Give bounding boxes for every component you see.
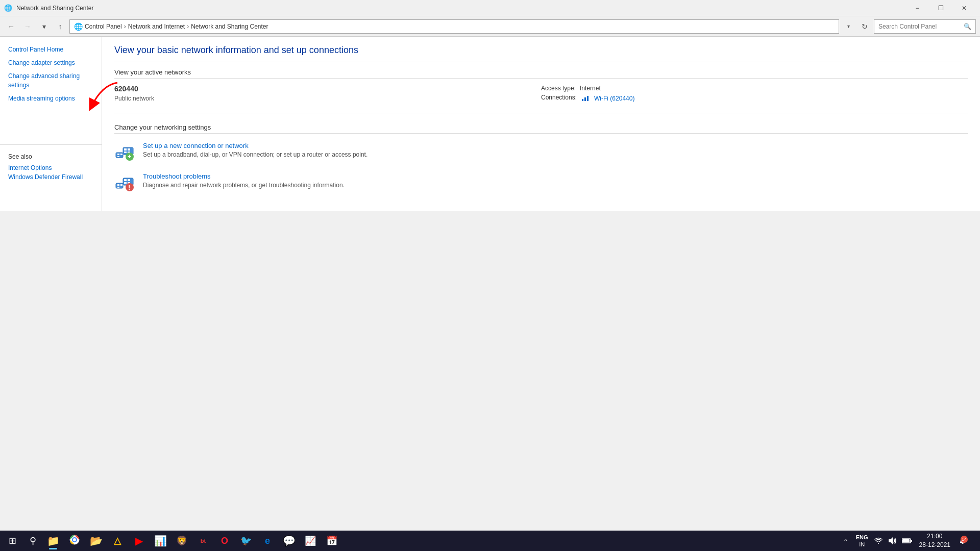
restore-button[interactable]: ❐ xyxy=(929,0,952,16)
taskbar-whatsapp[interactable]: 💬 xyxy=(279,531,299,551)
taskbar-files[interactable]: 📂 xyxy=(86,531,106,551)
connections-row: Connections: Wi-Fi (620440) xyxy=(541,94,968,103)
youtube-icon: ▶ xyxy=(135,535,143,547)
taskbar-bittorrent[interactable]: bt xyxy=(193,531,213,551)
setup-connection-item: + Set up a new connection or network Set… xyxy=(114,142,968,162)
svg-rect-2 xyxy=(587,96,589,101)
svg-rect-5 xyxy=(120,154,122,155)
window-title: Network and Sharing Center xyxy=(16,5,93,12)
search-icon[interactable]: 🔍 xyxy=(964,23,971,30)
google-drive-icon: △ xyxy=(114,535,121,546)
up-button[interactable]: ↑ xyxy=(53,19,67,34)
address-sep-2: › xyxy=(187,23,189,30)
page-title: View your basic network information and … xyxy=(114,45,968,56)
taskbar-clock[interactable]: 21:00 28-12-2021 xyxy=(915,532,954,549)
start-button[interactable]: ⊞ xyxy=(2,531,22,551)
svg-rect-1 xyxy=(584,97,586,101)
brave-icon: 🦁 xyxy=(176,535,187,546)
sidebar-item-change-adapter[interactable]: Change adapter settings xyxy=(0,56,102,69)
setup-connection-text: Set up a new connection or network Set u… xyxy=(143,142,368,158)
svg-rect-21 xyxy=(124,182,127,184)
address-bar: 🌐 Control Panel › Network and Internet ›… xyxy=(69,19,839,34)
access-type-value: Internet xyxy=(580,85,601,92)
taskbar-google-drive[interactable]: △ xyxy=(107,531,128,551)
taskbar-opera[interactable]: O xyxy=(214,531,235,551)
connections-label: Connections: xyxy=(541,94,577,103)
search-input[interactable] xyxy=(878,23,962,30)
taskbar-twitter[interactable]: 🐦 xyxy=(236,531,256,551)
sidebar-nav: Control Panel Home Change adapter settin… xyxy=(0,37,102,111)
address-dropdown-button[interactable]: ▾ xyxy=(841,19,855,34)
setup-connection-link[interactable]: Set up a new connection or network xyxy=(143,142,368,149)
calendar-icon: 📅 xyxy=(326,535,337,546)
troubleshoot-icon: ! xyxy=(114,172,135,193)
sheets-icon: 📊 xyxy=(154,535,167,547)
bittorrent-icon: bt xyxy=(201,538,206,544)
close-button[interactable]: ✕ xyxy=(952,0,976,16)
tray-show-hidden[interactable]: ^ xyxy=(840,535,852,547)
svg-rect-32 xyxy=(902,539,910,542)
svg-point-28 xyxy=(73,538,76,541)
tray-speaker[interactable] xyxy=(887,535,899,547)
address-current: Network and Sharing Center xyxy=(191,23,268,30)
network-type: Public network xyxy=(114,95,541,102)
access-type-label: Access type: xyxy=(541,85,576,92)
svg-rect-0 xyxy=(582,99,583,101)
recent-locations-button[interactable]: ▾ xyxy=(37,19,51,34)
tray-language[interactable]: ENG IN xyxy=(854,534,870,548)
sidebar-item-control-panel-home[interactable]: Control Panel Home xyxy=(0,43,102,56)
whatsapp-icon: 💬 xyxy=(283,535,296,547)
forward-button: → xyxy=(20,19,35,34)
address-control-panel[interactable]: Control Panel xyxy=(85,23,122,30)
svg-rect-20 xyxy=(128,179,130,181)
tray-notification[interactable]: 14 xyxy=(957,535,969,547)
setup-connection-icon: + xyxy=(114,142,135,162)
refresh-button[interactable]: ↻ xyxy=(857,19,872,34)
minimize-button[interactable]: − xyxy=(905,0,929,16)
taskbar-search-icon: ⚲ xyxy=(30,535,36,546)
svg-rect-31 xyxy=(911,540,912,542)
search-bar: 🔍 xyxy=(874,19,976,34)
taskbar-chrome[interactable] xyxy=(64,531,85,551)
taskbar-search-button[interactable]: ⚲ xyxy=(23,532,42,550)
wifi-connection-link[interactable]: Wi-Fi (620440) xyxy=(594,94,634,103)
taskbar-sheets[interactable]: 📊 xyxy=(150,531,170,551)
opera-icon: O xyxy=(221,536,228,546)
see-also-firewall[interactable]: Windows Defender Firewall xyxy=(8,173,94,181)
tray-wifi[interactable] xyxy=(872,535,885,547)
svg-rect-17 xyxy=(117,187,119,188)
main-container: Control Panel Home Change adapter settin… xyxy=(0,37,980,211)
access-type-row: Access type: Internet xyxy=(541,85,968,92)
troubleshoot-link[interactable]: Troubleshoot problems xyxy=(143,172,345,180)
active-networks-label: View your active networks xyxy=(114,68,968,79)
taskbar-edge[interactable]: e xyxy=(257,531,278,551)
tray-battery[interactable] xyxy=(901,535,913,547)
taskbar-brave[interactable]: 🦁 xyxy=(172,531,192,551)
taskbar-youtube[interactable]: ▶ xyxy=(129,531,149,551)
address-sep-1: › xyxy=(124,23,126,30)
svg-text:!: ! xyxy=(128,184,130,191)
change-networking-label: Change your networking settings xyxy=(114,123,968,134)
svg-rect-4 xyxy=(117,154,119,155)
navigation-bar: ← → ▾ ↑ 🌐 Control Panel › Network and In… xyxy=(0,16,980,37)
svg-rect-6 xyxy=(117,156,119,157)
address-network-internet[interactable]: Network and Internet xyxy=(128,23,185,30)
stocks-icon: 📈 xyxy=(305,535,316,546)
taskbar-stocks[interactable]: 📈 xyxy=(300,531,321,551)
sidebar-item-media-streaming[interactable]: Media streaming options xyxy=(0,92,102,105)
sidebar: Control Panel Home Change adapter settin… xyxy=(0,37,102,211)
wifi-signal-icon xyxy=(581,94,590,103)
network-right: Access type: Internet Connections: Wi-Fi… xyxy=(541,85,968,105)
back-button[interactable]: ← xyxy=(4,19,18,34)
see-also-internet-options[interactable]: Internet Options xyxy=(8,164,94,171)
show-desktop-button[interactable] xyxy=(974,531,978,551)
sidebar-item-change-advanced-sharing[interactable]: Change advanced sharing settings xyxy=(0,69,102,92)
taskbar-calendar[interactable]: 📅 xyxy=(322,531,342,551)
taskbar-file-explorer[interactable]: 📁 xyxy=(43,531,63,551)
clock-date: 28-12-2021 xyxy=(919,541,950,549)
files-icon: 📂 xyxy=(90,535,103,547)
twitter-icon: 🐦 xyxy=(240,535,252,546)
svg-rect-10 xyxy=(124,152,127,153)
clock-time: 21:00 xyxy=(927,532,942,541)
notification-badge: 14 xyxy=(961,536,968,543)
